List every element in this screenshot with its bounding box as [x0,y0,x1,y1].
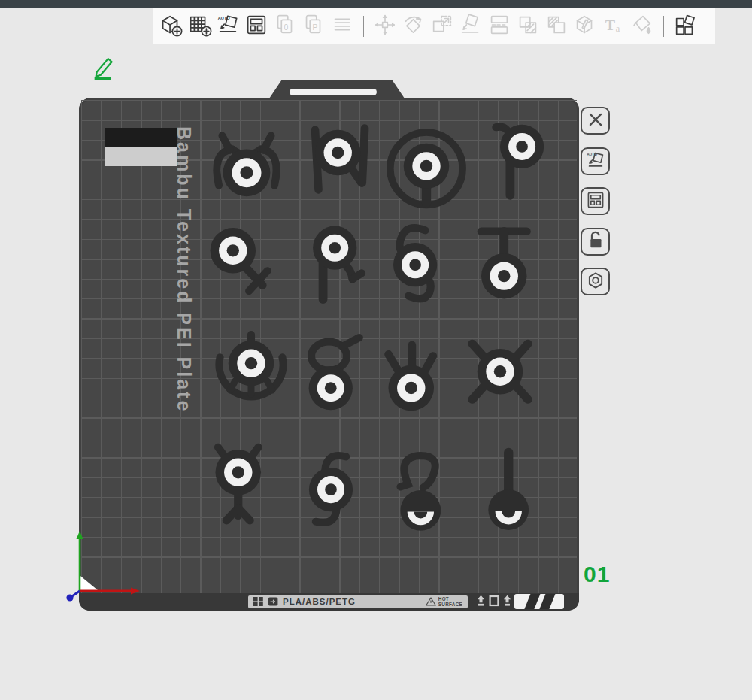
plate-handle-tab [269,80,405,98]
toolbar-rotate-button [399,11,428,42]
unown-model-exclamation-mark[interactable] [465,447,549,531]
warning-triangle-icon [426,595,436,609]
build-plate[interactable]: Bambu Textured PEI Plate PLA/ABS/PETG [79,98,579,611]
plate-settings-icon [584,269,607,294]
plate-number-label: 01 [584,562,610,587]
materials-text: PLA/ABS/PETG [283,598,356,607]
toolbar-split-button [485,11,514,42]
boolean-union-icon [515,12,541,40]
plate-settings-button[interactable] [581,268,610,295]
unown-model-y[interactable] [198,442,282,526]
object-list-icon [329,12,355,40]
toolbar-assembly-view-button[interactable] [671,11,699,42]
toolbar-separator [363,16,364,37]
unown-model-v[interactable] [290,331,374,415]
arrow-up-icon [503,595,511,610]
plate-flip-icon [268,595,278,609]
auto-orient-icon: AUTO [215,12,241,40]
axis-gizmo [60,525,150,609]
move-icon [372,12,398,40]
plate-handle-slot [290,89,377,95]
unown-model-w[interactable] [371,332,455,416]
slicer-preview-window: AUTO0PTa Bambu Textured PEI Plate [0,0,752,700]
unown-model-r[interactable] [291,222,375,306]
hot-surface-text: HOT SURFACE [438,597,462,608]
lock-plate-button[interactable] [581,228,610,256]
plate-materials-label: PLA/ABS/PETG HOT SURFACE [248,595,468,608]
arrange-icon [244,12,269,40]
copy-icon: 0 [272,12,298,40]
svg-text:T: T [605,17,615,33]
delete-plate-icon [584,108,607,133]
arrange-plate-icon [584,189,607,214]
toolbar-scale-button [428,11,456,42]
x-axis-arrow [131,588,140,595]
toolbar-color-paint-button [628,11,656,42]
toolbar-boolean-union-button [514,11,542,42]
plate-bottom-strip: PLA/ABS/PETG HOT SURFACE [79,593,579,611]
boolean-subtract-icon [544,12,569,40]
toolbar-mesh-edit-button [571,11,599,42]
unown-model-t[interactable] [460,219,544,303]
arrow-up-icon [477,595,485,610]
plate-origin-wedge [80,576,98,590]
auto-orient-plate-button[interactable]: AUTO [581,147,610,175]
tag-stripe [538,594,556,609]
mesh-edit-icon [572,12,598,40]
plate-dark-patch [105,128,177,147]
unown-model-s[interactable] [372,221,456,305]
square-outline-icon [489,595,499,610]
z-axis-dot [66,594,73,601]
assembly-view-icon [672,12,698,40]
unown-model-u[interactable] [209,327,293,411]
paste-icon: P [301,12,326,40]
svg-text:P: P [313,23,318,32]
edit-plate-name-button[interactable] [89,56,117,81]
arrange-plate-button[interactable] [581,187,610,215]
rotate-icon [401,12,426,40]
add-plate-icon [186,12,212,40]
toolbar-lay-on-face-button [456,11,485,42]
toolbar-boolean-subtract-button [542,11,571,42]
plate-corner-tag [514,594,564,609]
unown-model-n[interactable] [294,117,378,202]
toolbar-add-plate-button[interactable] [185,11,214,42]
toolbar-text-tool-button: Ta [599,11,628,42]
auto-orient-plate-icon: AUTO [584,149,607,174]
plate-orientation-icons [477,595,511,608]
toolbar-paste-button: P [299,11,328,42]
add-object-icon [158,12,183,40]
toolbar-move-button [371,11,399,42]
unown-model-x[interactable] [458,328,542,412]
delete-plate-button[interactable] [581,107,610,135]
toolbar-object-list-button [328,11,356,42]
text-tool-icon: Ta [601,12,626,40]
bambu-logo-icon [253,595,263,609]
tag-stripe [523,594,541,609]
svg-text:a: a [616,23,620,34]
svg-text:0: 0 [284,23,289,32]
toolbar-auto-orient-button[interactable]: AUTO [214,11,242,42]
split-icon [487,12,512,40]
y-axis-arrow [77,531,83,539]
lock-plate-icon [584,229,607,254]
toolbar-arrange-button[interactable] [242,11,271,42]
unown-model-z[interactable] [289,447,373,531]
plate-vertical-label: Bambu Textured PEI Plate [173,126,195,413]
lay-on-face-icon [458,12,484,40]
toolbar-separator [663,16,664,37]
scale-icon [429,12,455,40]
unown-model-m[interactable] [205,125,289,209]
unown-model-p[interactable] [472,119,556,203]
color-paint-icon [629,12,655,40]
window-top-bar [0,0,752,8]
hot-surface-warning: HOT SURFACE [426,595,462,609]
toolbar-copy-button: 0 [271,11,299,42]
unown-model-q[interactable] [199,220,284,305]
unown-model-question-mark[interactable] [376,448,460,532]
plate-light-patch [105,147,177,166]
toolbar-add-object-button[interactable] [156,11,185,42]
unown-model-o[interactable] [384,125,468,209]
toolbar: AUTO0PTa [153,8,715,44]
pencil-icon [89,71,117,83]
